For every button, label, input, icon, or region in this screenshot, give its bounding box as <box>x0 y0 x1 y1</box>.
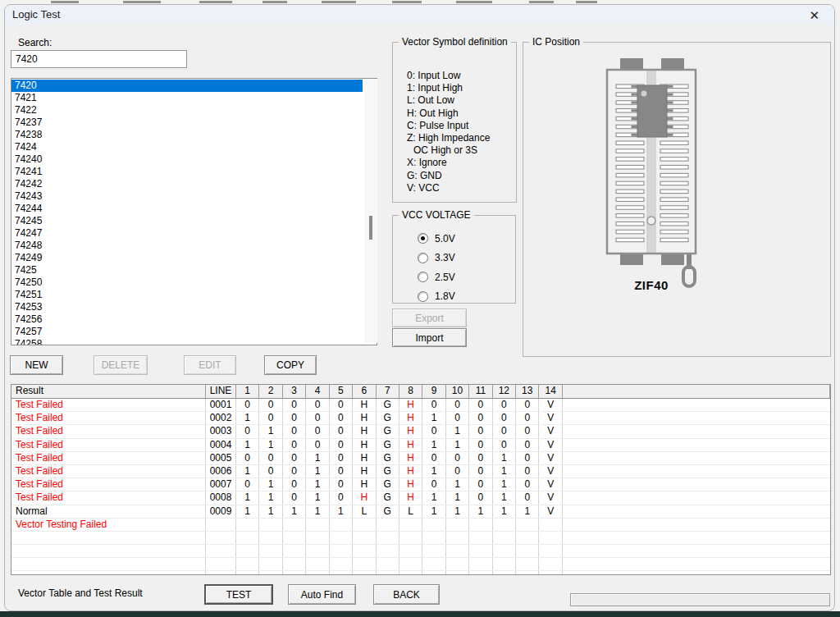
vector-symbol-line: C: Pulse Input <box>407 120 514 132</box>
table-cell <box>236 571 259 575</box>
radio-button-icon[interactable] <box>418 291 428 302</box>
table-row[interactable]: Test Failed000701010HGH01010V <box>11 478 830 491</box>
table-cell: 1 <box>493 465 516 478</box>
vcc-option[interactable]: 3.3V <box>418 249 514 268</box>
table-cell: 1 <box>259 439 282 451</box>
table-row[interactable] <box>11 532 830 545</box>
export-button[interactable]: Export <box>392 308 467 327</box>
table-header-cell: LINE <box>206 385 236 398</box>
table-cell <box>493 532 516 544</box>
list-item[interactable]: 74251 <box>11 289 363 301</box>
table-cell: G <box>377 491 399 504</box>
table-cell: L <box>399 505 422 518</box>
list-item[interactable]: 74244 <box>11 203 363 215</box>
list-item[interactable]: 74256 <box>11 313 363 326</box>
table-cell <box>539 571 562 575</box>
table-cell <box>563 478 830 491</box>
table-row[interactable]: Test Failed000610010HGH10010V <box>11 465 830 478</box>
auto-find-button[interactable]: Auto Find <box>288 584 356 605</box>
table-cell <box>353 571 376 575</box>
table-cell: 0007 <box>206 478 236 491</box>
vcc-voltage-group-title: VCC VOLTAGE <box>399 209 474 222</box>
copy-button[interactable]: COPY <box>264 355 317 375</box>
table-cell: Test Failed <box>11 412 206 424</box>
table-cell: L <box>353 505 376 518</box>
list-item[interactable]: 74245 <box>11 215 363 227</box>
table-row[interactable]: Test Failed000500010HGH00010V <box>11 452 830 465</box>
list-item[interactable]: 74250 <box>11 277 363 289</box>
table-cell: 1 <box>422 412 445 424</box>
table-cell <box>563 452 830 464</box>
list-item[interactable]: 74237 <box>11 117 363 129</box>
list-item[interactable]: 7424 <box>11 141 363 153</box>
scrollbar-thumb[interactable] <box>369 216 372 240</box>
list-item[interactable]: 7420 <box>11 80 363 92</box>
list-item[interactable]: 7421 <box>11 92 363 104</box>
table-row[interactable]: Test Failed000100000HGH00000V <box>11 399 830 412</box>
table-cell <box>236 519 259 531</box>
table-cell <box>446 571 469 575</box>
test-button[interactable]: TEST <box>204 584 273 605</box>
list-item[interactable]: 74258 <box>11 338 363 345</box>
table-row[interactable]: Vector Testing Failed <box>11 519 830 532</box>
list-item[interactable]: 7422 <box>11 104 363 117</box>
list-item[interactable]: 74253 <box>11 301 363 313</box>
table-cell: 1 <box>306 465 329 478</box>
vcc-option[interactable]: 2.5V <box>418 267 514 287</box>
list-item[interactable]: 74241 <box>11 166 363 178</box>
table-cell <box>469 519 492 531</box>
table-cell: 1 <box>446 425 469 437</box>
table-cell <box>353 545 376 557</box>
table-cell: 0 <box>469 465 492 478</box>
edit-button[interactable]: EDIT <box>184 355 236 375</box>
table-row[interactable] <box>11 545 830 558</box>
list-item[interactable]: 7425 <box>11 264 363 277</box>
table-row[interactable]: Test Failed000811010HGH11010V <box>11 491 830 505</box>
list-item[interactable]: 74248 <box>11 240 363 252</box>
listbox-scrollbar[interactable] <box>364 79 377 343</box>
table-cell: H <box>353 452 376 464</box>
table-row[interactable] <box>11 571 830 575</box>
table-cell <box>469 532 492 544</box>
table-row[interactable]: Test Failed000210000HGH10000V <box>11 412 830 425</box>
table-row[interactable]: Test Failed000301000HGH01000V <box>11 425 830 438</box>
delete-button[interactable]: DELETE <box>94 355 148 375</box>
radio-button-icon[interactable] <box>418 253 428 263</box>
list-item[interactable]: 74247 <box>11 227 363 240</box>
device-listbox[interactable]: 7420742174227423774238742474240742417424… <box>11 78 377 345</box>
list-item[interactable]: 74257 <box>11 326 363 338</box>
list-item[interactable]: 74243 <box>11 190 363 203</box>
table-cell <box>516 519 539 531</box>
table-cell <box>259 545 282 557</box>
table-cell: 0 <box>516 439 539 451</box>
table-row[interactable]: Test Failed000411000HGH11000V <box>11 439 830 452</box>
list-item[interactable]: 74238 <box>11 129 363 141</box>
back-button[interactable]: BACK <box>373 584 440 605</box>
desktop-background: Logic Test ✕ Search: 7420742174227423774… <box>0 0 840 617</box>
footer-label: Vector Table and Test Result <box>18 587 143 599</box>
vector-symbol-line: L: Out Low <box>407 94 514 107</box>
titlebar[interactable]: Logic Test ✕ <box>5 5 834 25</box>
table-cell <box>399 545 422 557</box>
radio-button-icon[interactable] <box>418 272 428 282</box>
list-item[interactable]: 74242 <box>11 178 363 190</box>
vcc-option[interactable]: 1.8V <box>418 287 514 307</box>
table-cell: 0 <box>469 399 492 411</box>
table-cell <box>259 532 282 544</box>
new-button[interactable]: NEW <box>10 355 63 375</box>
radio-button-icon[interactable] <box>418 233 428 244</box>
table-cell: 0 <box>469 491 492 504</box>
list-item[interactable]: 74249 <box>11 252 363 264</box>
import-button[interactable]: Import <box>392 328 467 347</box>
table-cell: 0 <box>516 425 539 437</box>
table-row[interactable]: Normal000911111LGL11111V <box>11 505 830 519</box>
table-row[interactable] <box>11 558 830 571</box>
table-cell: H <box>353 491 376 504</box>
table-cell: 1 <box>306 491 329 504</box>
search-input[interactable] <box>11 50 187 68</box>
vcc-option[interactable]: 5.0V <box>418 229 514 249</box>
close-icon[interactable]: ✕ <box>806 7 823 25</box>
table-cell <box>11 558 206 570</box>
list-item[interactable]: 74240 <box>11 153 363 166</box>
table-cell <box>377 571 399 575</box>
